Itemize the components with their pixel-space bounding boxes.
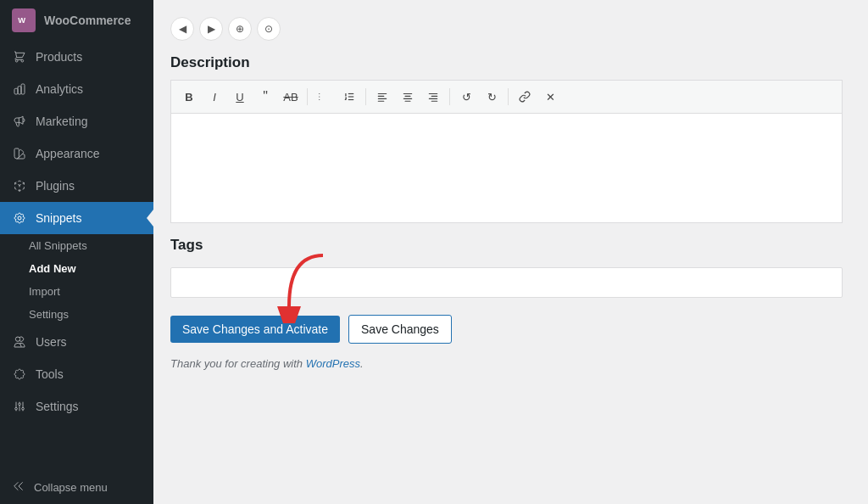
snippets-icon bbox=[12, 210, 27, 226]
sidebar-item-analytics-label: Analytics bbox=[36, 82, 83, 96]
sidebar-item-snippets[interactable]: Snippets bbox=[0, 202, 153, 234]
nav-icon-forward[interactable]: ▶ bbox=[199, 17, 223, 41]
sidebar-item-products[interactable]: Products bbox=[0, 41, 153, 73]
sidebar-logo-label: WooCommerce bbox=[44, 14, 131, 27]
sidebar-item-snippets-label: Snippets bbox=[36, 211, 81, 225]
nav-icon-back[interactable]: ◀ bbox=[170, 17, 194, 41]
toolbar-remove-format[interactable]: ✕ bbox=[539, 86, 561, 108]
sidebar-item-marketing-label: Marketing bbox=[36, 115, 87, 128]
toolbar-underline[interactable]: U bbox=[229, 86, 251, 108]
collapse-menu[interactable]: Collapse menu bbox=[0, 471, 153, 504]
svg-point-3 bbox=[319, 99, 320, 100]
sidebar-item-settings-label: Settings bbox=[36, 400, 79, 413]
toolbar-ordered-list[interactable] bbox=[338, 86, 360, 108]
svg-rect-14 bbox=[405, 101, 411, 102]
nav-icon-target[interactable]: ⊙ bbox=[257, 17, 281, 41]
svg-rect-9 bbox=[378, 98, 387, 99]
sidebar-item-products-label: Products bbox=[36, 50, 82, 64]
footer-text-before: Thank you for creating with bbox=[170, 357, 303, 370]
svg-rect-10 bbox=[378, 101, 385, 102]
svg-rect-16 bbox=[431, 96, 438, 97]
snippets-submenu: All Snippets Add New Import Settings bbox=[0, 234, 153, 326]
collapse-menu-label: Collapse menu bbox=[34, 481, 108, 494]
sidebar-item-users-label: Users bbox=[36, 335, 67, 349]
svg-rect-11 bbox=[403, 93, 413, 94]
toolbar-align-left[interactable] bbox=[371, 86, 393, 108]
nav-icon-add[interactable]: ⊕ bbox=[228, 17, 252, 41]
toolbar-unordered-list[interactable] bbox=[313, 86, 335, 108]
tools-icon bbox=[12, 367, 27, 382]
toolbar-bold[interactable]: B bbox=[178, 86, 200, 108]
svg-point-1 bbox=[319, 93, 320, 94]
main-content: ◀ ▶ ⊕ ⊙ Description B I U " AB bbox=[153, 0, 868, 504]
sidebar-item-users[interactable]: Users bbox=[0, 326, 153, 358]
sidebar-item-marketing[interactable]: Marketing bbox=[0, 105, 153, 137]
sidebar-item-settings[interactable]: Settings bbox=[0, 390, 153, 423]
toolbar-quote[interactable]: " bbox=[254, 86, 276, 108]
top-navigation: ◀ ▶ ⊕ ⊙ bbox=[170, 17, 843, 41]
toolbar-separator-1 bbox=[307, 88, 308, 105]
footer-punctuation: . bbox=[360, 357, 364, 370]
save-changes-button[interactable]: Save Changes bbox=[348, 315, 452, 344]
svg-rect-17 bbox=[429, 98, 438, 99]
svg-rect-13 bbox=[403, 98, 413, 99]
analytics-icon bbox=[12, 81, 27, 97]
action-buttons-row: Save Changes and Activate Save Changes bbox=[170, 315, 843, 344]
sidebar-item-plugins-label: Plugins bbox=[36, 179, 75, 193]
sidebar-item-plugins[interactable]: Plugins bbox=[0, 170, 153, 202]
collapse-icon bbox=[12, 479, 25, 496]
submenu-import[interactable]: Import bbox=[0, 280, 153, 303]
svg-rect-15 bbox=[429, 93, 438, 94]
submenu-settings[interactable]: Settings bbox=[0, 303, 153, 326]
users-icon bbox=[12, 334, 27, 350]
arrow-indicator bbox=[272, 247, 340, 327]
toolbar-redo[interactable]: ↻ bbox=[481, 86, 503, 108]
toolbar-undo[interactable]: ↺ bbox=[455, 86, 477, 108]
description-editor-body[interactable] bbox=[170, 113, 843, 223]
sidebar: W WooCommerce Products Analytics Marketi… bbox=[0, 0, 153, 504]
sidebar-item-tools-label: Tools bbox=[36, 367, 64, 381]
tags-title: Tags bbox=[170, 237, 843, 254]
sidebar-item-tools[interactable]: Tools bbox=[0, 358, 153, 390]
svg-point-2 bbox=[319, 96, 320, 97]
submenu-add-new[interactable]: Add New bbox=[0, 257, 153, 280]
toolbar-link[interactable] bbox=[514, 86, 536, 108]
svg-text:W: W bbox=[18, 16, 25, 25]
tags-input[interactable] bbox=[170, 267, 843, 298]
description-section: Description B I U " AB bbox=[170, 54, 843, 223]
toolbar-separator-2 bbox=[365, 88, 366, 105]
toolbar-separator-3 bbox=[449, 88, 450, 105]
toolbar-italic[interactable]: I bbox=[203, 86, 225, 108]
settings-icon bbox=[12, 399, 27, 414]
sidebar-item-appearance-label: Appearance bbox=[36, 147, 100, 160]
tags-section: Tags bbox=[170, 237, 843, 298]
toolbar-strikethrough[interactable]: AB bbox=[280, 86, 302, 108]
footer: Thank you for creating with WordPress. bbox=[170, 357, 843, 370]
submenu-all-snippets[interactable]: All Snippets bbox=[0, 234, 153, 257]
toolbar-align-right[interactable] bbox=[422, 86, 444, 108]
marketing-icon bbox=[12, 114, 27, 129]
woocommerce-logo-icon: W bbox=[12, 8, 36, 32]
editor-toolbar: B I U " AB ↺ ↻ bbox=[170, 80, 843, 113]
svg-rect-12 bbox=[405, 96, 411, 97]
svg-rect-18 bbox=[431, 101, 438, 102]
toolbar-align-center[interactable] bbox=[397, 86, 419, 108]
sidebar-logo[interactable]: W WooCommerce bbox=[0, 0, 153, 41]
svg-rect-8 bbox=[378, 96, 385, 97]
footer-wordpress-link[interactable]: WordPress bbox=[306, 357, 360, 370]
sidebar-item-appearance[interactable]: Appearance bbox=[0, 137, 153, 170]
toolbar-separator-4 bbox=[508, 88, 509, 105]
plugins-icon bbox=[12, 178, 27, 193]
sidebar-item-analytics[interactable]: Analytics bbox=[0, 73, 153, 105]
description-title: Description bbox=[170, 54, 843, 71]
appearance-icon bbox=[12, 146, 27, 161]
svg-rect-7 bbox=[378, 93, 387, 94]
products-icon bbox=[12, 49, 27, 64]
